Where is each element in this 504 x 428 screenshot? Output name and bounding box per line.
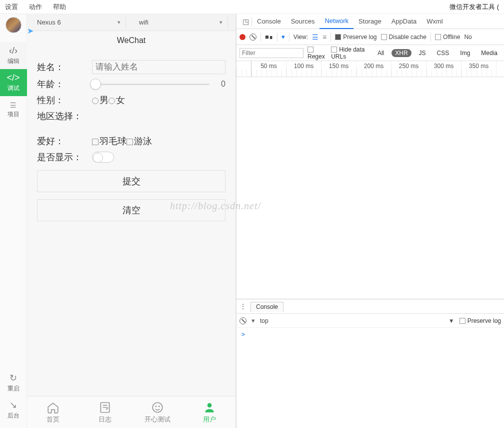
timeline-tick: 150 ms: [322, 61, 356, 77]
console-filter-icon[interactable]: ▾: [252, 317, 255, 324]
show-switch[interactable]: [92, 152, 114, 163]
network-filter-bar: Regex Hide data URLs All XHR JS CSS Img …: [236, 45, 504, 61]
clear-button[interactable]: 清空: [37, 199, 226, 221]
hide-data-urls-checkbox[interactable]: Hide data URLs: [331, 46, 370, 60]
note-icon: [98, 401, 112, 414]
filter-type-css[interactable]: CSS: [434, 49, 453, 57]
sidebar-debug-label: 调试: [8, 84, 20, 93]
devtools-tab-wxml[interactable]: Wxml: [422, 14, 448, 29]
tab-home[interactable]: 首页: [27, 396, 79, 428]
filter-type-js[interactable]: JS: [416, 49, 430, 57]
console-body[interactable]: >: [236, 328, 504, 428]
clear-icon[interactable]: [250, 34, 256, 41]
devtools-tab-console[interactable]: Console: [252, 14, 286, 29]
drawer-tab-console[interactable]: Console: [250, 302, 284, 312]
slider-thumb[interactable]: [90, 79, 101, 90]
camera-icon[interactable]: ■∎: [265, 33, 273, 41]
avatar[interactable]: [6, 17, 22, 33]
menu-help[interactable]: 帮助: [53, 3, 66, 12]
devtools-tab-network[interactable]: Network: [320, 14, 354, 29]
clear-console-icon[interactable]: [240, 317, 246, 324]
svg-point-4: [208, 403, 212, 407]
hobby-swim-option[interactable]: 游泳: [126, 135, 152, 147]
throttle-select[interactable]: No: [464, 34, 472, 41]
menu-actions[interactable]: 动作: [29, 3, 42, 12]
simulator-pane: Nexus 6 ▾ wifi ▾ ➤ WeChat 姓名： 年龄： 0: [27, 14, 236, 428]
user-icon: [203, 401, 216, 414]
checkbox-icon: [92, 139, 98, 145]
devtools-tabs: ◳ Console Sources Network Storage AppDat…: [236, 14, 504, 29]
checkbox-icon: [126, 139, 133, 145]
console-prompt: >: [242, 331, 245, 338]
filter-type-media[interactable]: Media: [478, 49, 501, 57]
regex-checkbox[interactable]: Regex: [308, 46, 327, 60]
timeline-tick: 250 ms: [392, 61, 426, 77]
record-icon[interactable]: [240, 34, 246, 40]
console-context-select[interactable]: top: [260, 317, 270, 324]
show-label: 是否显示：: [37, 151, 92, 163]
simulator-tabbar: 首页 日志 开心测试 用户: [27, 396, 236, 428]
timeline-tick: 200 ms: [356, 61, 392, 77]
sidebar-project-label: 项目: [8, 110, 20, 119]
age-value: 0: [210, 80, 226, 89]
device-select[interactable]: Nexus 6 ▾: [32, 16, 126, 29]
sidebar-edit[interactable]: ‹/› 编辑: [0, 42, 27, 69]
age-slider[interactable]: 0: [92, 80, 226, 89]
code-icon: ‹/›: [9, 46, 18, 56]
inspect-icon[interactable]: ◳: [240, 18, 252, 26]
menu-settings[interactable]: 设置: [5, 3, 18, 12]
code-icon: </>: [6, 73, 20, 83]
console-preserve-log-checkbox[interactable]: Preserve log: [460, 317, 501, 324]
timeline-tick: 100 ms: [286, 61, 322, 77]
hobby-badminton-option[interactable]: 羽毛球: [92, 135, 126, 147]
device-select-value: Nexus 6: [37, 19, 61, 26]
sidebar-backend[interactable]: ↘ 后台: [8, 396, 20, 423]
sidebar-edit-label: 编辑: [8, 57, 20, 66]
preserve-log-checkbox[interactable]: Preserve log: [335, 34, 376, 41]
restart-icon: ↻: [10, 372, 17, 383]
gender-female-option[interactable]: 女: [108, 94, 125, 106]
menu-icon: ☰: [10, 101, 16, 109]
timeline-tick: 300 ms: [426, 61, 462, 77]
sidebar-restart-label: 重启: [8, 384, 20, 393]
devtools-tab-appdata[interactable]: AppData: [386, 14, 422, 29]
age-label: 年龄：: [37, 78, 92, 90]
filter-type-xhr[interactable]: XHR: [392, 49, 411, 57]
chevron-down-icon: ▾: [118, 19, 120, 26]
disable-cache-checkbox[interactable]: Disable cache: [381, 34, 426, 41]
filter-input[interactable]: [240, 48, 304, 58]
offline-checkbox[interactable]: Offline: [435, 34, 460, 41]
drawer-menu-icon[interactable]: ⋮: [240, 302, 246, 310]
tab-happy[interactable]: 开心测试: [132, 396, 184, 428]
checkbox-icon: [381, 34, 387, 40]
view-list-icon[interactable]: ☰: [312, 33, 318, 41]
view-waterfall-icon[interactable]: ≡: [322, 33, 326, 41]
filter-icon[interactable]: ▾: [282, 33, 285, 41]
hobby-label: 爱好：: [37, 135, 92, 147]
submit-button[interactable]: 提交: [37, 170, 226, 192]
home-icon: [46, 401, 60, 414]
name-input[interactable]: [92, 60, 226, 74]
devtools-tab-storage[interactable]: Storage: [354, 14, 386, 29]
network-select[interactable]: wifi ▾: [134, 16, 228, 29]
region-label: 地区选择：: [37, 110, 92, 122]
sidebar-debug[interactable]: </> 调试: [0, 69, 27, 96]
gender-male-option[interactable]: 男: [92, 94, 108, 106]
chevron-down-icon: ▾: [220, 19, 222, 26]
network-timeline[interactable]: 50 ms 100 ms 150 ms 200 ms 250 ms 300 ms…: [236, 61, 504, 77]
smile-icon: [151, 401, 164, 414]
tab-diary[interactable]: 日志: [79, 396, 131, 428]
tab-user[interactable]: 用户: [184, 396, 236, 428]
checkbox-icon: [435, 34, 441, 40]
top-menu: 设置 动作 帮助 微信开发者工具 (: [0, 0, 504, 14]
app-brand: 微信开发者工具 (: [450, 3, 499, 12]
sidebar-project[interactable]: ☰ 项目: [0, 96, 27, 123]
console-context-chevron[interactable]: ▼: [448, 317, 454, 324]
timeline-tick: 50 ms: [252, 61, 286, 77]
network-select-value: wifi: [139, 19, 148, 26]
devtools-tab-sources[interactable]: Sources: [286, 14, 320, 29]
filter-type-all[interactable]: All: [374, 49, 388, 57]
filter-type-img[interactable]: Img: [456, 49, 474, 57]
sidebar-restart[interactable]: ↻ 重启: [8, 369, 20, 396]
page-title: WeChat: [27, 31, 236, 50]
